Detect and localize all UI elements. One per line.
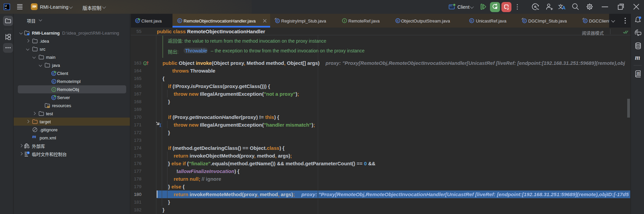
svg-text:C: C: [179, 19, 181, 23]
svg-text:I: I: [344, 19, 345, 23]
svg-text:IJ: IJ: [5, 5, 7, 7]
svg-text:C: C: [397, 19, 399, 23]
svg-text:2: 2: [507, 7, 509, 10]
svg-text:C: C: [584, 19, 587, 23]
svg-text:C: C: [277, 19, 279, 23]
svg-text:C: C: [470, 19, 473, 23]
svg-text:I: I: [145, 62, 145, 65]
svg-text:A: A: [637, 72, 639, 75]
svg-text:C: C: [524, 19, 526, 23]
